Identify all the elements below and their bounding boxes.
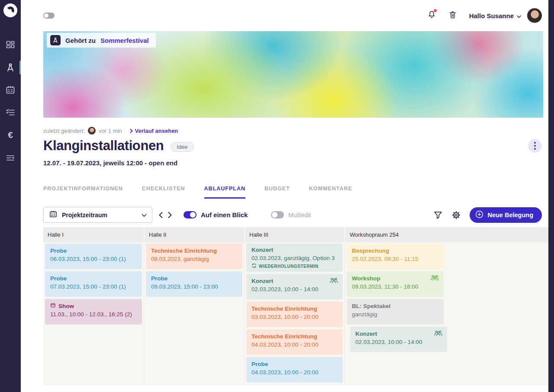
event-date: 09.03.2023, 11:30 - 18:00 xyxy=(352,283,438,291)
event-title: Probe xyxy=(50,275,137,283)
last-modified-row: zuletzt geändert: vor 1 min Verlauf anse… xyxy=(43,127,548,135)
badge-prefix-label: Gehört zu xyxy=(65,37,96,44)
event-card[interactable]: Besprechung25.02.2023, 09:30 - 11:15 xyxy=(347,244,444,269)
project-badge-icon xyxy=(50,35,61,45)
event-card[interactable]: Workshop09.03.2023, 11:30 - 18:00 xyxy=(347,271,444,297)
plus-circle-icon xyxy=(475,210,483,220)
sidebar-item-dashboard[interactable] xyxy=(0,40,21,50)
sidebar: € xyxy=(0,0,21,392)
event-title: Show xyxy=(50,302,137,310)
event-title: Probe xyxy=(50,247,137,255)
event-date: 02.03.2023, ganztägig, Option 3 xyxy=(251,254,338,262)
chevron-down-icon xyxy=(142,211,147,219)
settings-button[interactable] xyxy=(451,210,461,220)
sidebar-item-projects[interactable] xyxy=(0,62,21,73)
event-date: 02.03.2023, 10:00 - 14:00 xyxy=(355,338,442,346)
event-card[interactable]: Technische Einrichtung03.03.2023, 10:00 … xyxy=(246,302,343,327)
room-column: Konzert02.03.2023, ganztägig, Option 3 W… xyxy=(244,242,345,386)
parent-project-link[interactable]: Sommerfestival xyxy=(100,37,149,44)
event-card[interactable]: Probe09.03.2023, 15:00 - 23:00 xyxy=(146,271,242,297)
event-card[interactable]: BL: Spektakelganztägig xyxy=(347,299,444,325)
tab-projektinformationen[interactable]: PROJEKTINFORMATIONEN xyxy=(43,186,123,199)
filter-button[interactable] xyxy=(433,210,443,220)
room-column: Probe06.03.2023, 15:00 - 23:00 (1)Probe0… xyxy=(43,242,144,386)
repeat-icon xyxy=(251,263,257,269)
event-title: Konzert xyxy=(251,246,338,254)
last-modified-label: zuletzt geändert: xyxy=(43,128,85,134)
tab-checklisten[interactable]: CHECKLISTEN xyxy=(142,186,185,199)
overview-toggle-label: Auf einen Blick xyxy=(201,211,248,218)
event-card[interactable]: Konzert02.03.2023, 10:00 - 14:00 xyxy=(350,327,447,352)
multiedit-toggle[interactable] xyxy=(271,211,284,218)
kebab-icon xyxy=(534,142,536,144)
event-title: BL: Spektakel xyxy=(352,302,438,310)
calendar-icon xyxy=(49,210,58,220)
app: € « xyxy=(0,0,554,392)
event-date: 06.03.2023, 15:00 - 23:00 (1) xyxy=(50,255,137,263)
view-range-value: Projektzeitraum xyxy=(62,212,137,218)
event-date: 08.03.2023, ganztägig xyxy=(151,255,237,263)
user-menu[interactable]: Hallo Susanne xyxy=(469,12,521,19)
gear-icon xyxy=(451,210,461,220)
app-logo[interactable] xyxy=(3,3,17,17)
event-card[interactable]: Konzert02.03.2023, ganztägig, Option 3 W… xyxy=(246,244,343,272)
sidebar-item-budget[interactable]: € xyxy=(0,130,21,140)
recurring-badge: WIEDERHOLUNGSTERMIN xyxy=(251,263,338,269)
sidebar-item-calendar[interactable] xyxy=(0,85,21,95)
user-avatar[interactable] xyxy=(527,8,542,23)
attendees-icon xyxy=(329,277,338,285)
history-link[interactable]: Verlauf ansehen xyxy=(130,128,178,134)
event-title: Workshop xyxy=(352,275,438,283)
event-title: Konzert xyxy=(251,277,338,285)
sidebar-item-filter-views[interactable] xyxy=(0,152,21,163)
attendees-icon xyxy=(434,330,443,338)
next-period-button[interactable] xyxy=(167,212,172,218)
topbar: Hallo Susanne xyxy=(21,0,548,31)
view-range-select[interactable]: Projektzeitraum xyxy=(43,207,152,223)
event-card[interactable]: Probe07.03.2023, 15:00 - 23:00 (1) xyxy=(45,271,142,297)
sidebar-item-checklists[interactable] xyxy=(0,107,21,118)
project-menu-button[interactable] xyxy=(528,139,542,153)
event-title: Konzert xyxy=(355,330,442,338)
event-date: 07.03.2023, 15:00 - 23:00 (1) xyxy=(50,283,137,291)
euro-icon: € xyxy=(8,130,13,140)
event-card[interactable]: Konzert02.03.2023, 10:00 - 14:00 xyxy=(246,274,343,299)
checklist-icon xyxy=(5,107,16,118)
page-title: Klanginstallationen xyxy=(43,138,164,154)
event-card[interactable]: Technische Einrichtung08.03.2023, ganztä… xyxy=(146,244,242,269)
new-booking-label: Neue Belegung xyxy=(487,212,533,218)
notifications-button[interactable] xyxy=(427,10,436,21)
tab-kommentare[interactable]: KOMMENTARE xyxy=(309,186,352,199)
room-column: Besprechung25.02.2023, 09:30 - 11:15Work… xyxy=(345,242,548,386)
event-card[interactable]: Probe04.03.2023, 10:00 - 20:00 xyxy=(246,357,343,382)
room-column-header: Halle III xyxy=(244,227,345,242)
schedule-board: Probe06.03.2023, 15:00 - 23:00 (1)Probe0… xyxy=(43,242,548,386)
event-card[interactable]: Show11.03., 10:00 - 12.03., 16:25 (2) xyxy=(45,299,142,325)
compass-icon xyxy=(5,62,16,73)
event-date: 04.03.2023, 10:00 - 20:00 xyxy=(251,369,338,376)
prev-period-button[interactable] xyxy=(158,212,163,218)
sidebar-nav: € xyxy=(0,40,21,163)
event-title: Probe xyxy=(251,360,338,368)
tab-budget[interactable]: BUDGET xyxy=(264,186,290,199)
project-date-range: 12.07. - 19.07.2023, jeweils 12:00 - ope… xyxy=(43,159,548,167)
new-booking-button[interactable]: Neue Belegung xyxy=(470,207,542,223)
trash-icon xyxy=(448,10,457,21)
trash-button[interactable] xyxy=(448,10,457,21)
overview-toggle[interactable] xyxy=(184,211,196,218)
tab-ablaufplan[interactable]: ABLAUFPLAN xyxy=(204,186,245,199)
event-card[interactable]: Technische Einrichtung04.03.2023, 10:00 … xyxy=(246,329,343,355)
last-modified-time: vor 1 min xyxy=(99,128,122,134)
room-column-header: Halle I xyxy=(43,227,144,242)
event-card[interactable]: Probe06.03.2023, 15:00 - 23:00 (1) xyxy=(45,244,142,269)
event-title: Technische Einrichtung xyxy=(251,333,338,341)
header-toggle[interactable] xyxy=(43,13,55,19)
filter-lines-icon xyxy=(5,152,16,163)
notification-dot xyxy=(434,9,437,12)
room-header-row: Halle IHalle IIHalle IIIWorkshopraum 254 xyxy=(43,227,548,242)
greeting-label: Hallo Susanne xyxy=(469,12,514,19)
event-date: 25.02.2023, 09:30 - 11:15 xyxy=(352,255,438,263)
funnel-icon xyxy=(433,210,443,220)
multiedit-toggle-label: Multiedit xyxy=(288,212,311,218)
room-column: Technische Einrichtung08.03.2023, ganztä… xyxy=(144,242,244,386)
